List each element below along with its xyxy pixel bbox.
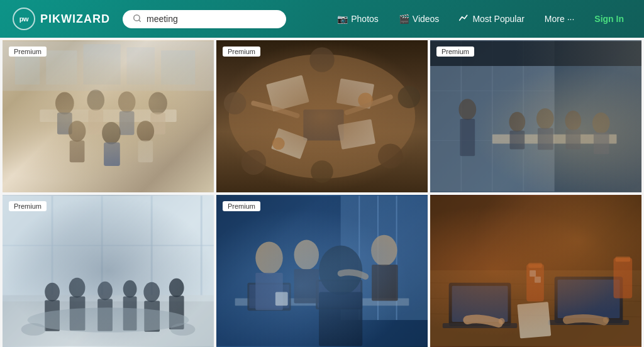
svg-point-93 [294,240,319,270]
svg-rect-99 [430,270,641,346]
svg-rect-87 [316,280,362,309]
svg-rect-47 [509,131,525,150]
svg-rect-110 [528,263,542,268]
svg-point-30 [272,138,285,150]
nav-photos[interactable]: 📷 Photos [330,10,386,28]
header: pw PIKWIZARD 📷 Photos 🎬 Videos [0,0,644,38]
svg-rect-103 [449,283,511,326]
svg-rect-71 [123,297,137,331]
popular-icon [459,14,469,25]
svg-point-115 [499,318,505,324]
svg-rect-38 [430,41,555,191]
more-label: More ··· [545,14,574,24]
svg-rect-49 [538,128,553,150]
grid-item-2[interactable]: Premium [216,40,428,192]
svg-rect-85 [247,283,291,311]
premium-badge-2: Premium [223,47,260,57]
svg-rect-111 [530,270,536,277]
svg-rect-19 [46,50,77,84]
svg-rect-22 [161,50,195,84]
svg-point-89 [319,245,362,295]
videos-icon: 🎬 [399,14,409,24]
svg-rect-112 [535,277,541,283]
svg-point-36 [311,160,333,183]
svg-point-35 [378,143,403,168]
svg-rect-73 [144,300,160,331]
svg-rect-16 [138,141,153,163]
svg-rect-24 [266,75,309,111]
svg-rect-2 [40,109,176,122]
svg-point-33 [398,86,421,109]
svg-line-102 [430,314,641,317]
svg-rect-27 [271,128,308,159]
svg-point-31 [309,47,335,72]
svg-rect-14 [104,143,120,167]
svg-point-29 [358,92,373,107]
svg-rect-108 [548,320,629,325]
svg-rect-80 [341,196,428,320]
premium-badge-4: Premium [9,201,47,211]
search-icon [133,14,142,25]
svg-rect-65 [45,300,60,331]
photos-icon: 📷 [337,14,348,24]
svg-point-54 [458,99,476,120]
svg-rect-51 [565,129,580,150]
svg-rect-4 [57,113,72,135]
svg-point-77 [21,323,47,336]
svg-rect-6 [88,109,103,135]
grid-item-6[interactable] [430,195,641,347]
nav-popular[interactable]: Most Popular [452,10,531,28]
svg-point-66 [69,278,86,298]
grid-item-3[interactable]: Premium [430,40,641,192]
svg-point-3 [55,92,74,114]
logo[interactable]: pw PIKWIZARD [13,8,110,30]
grid-item-1[interactable]: Premium [3,40,214,192]
videos-label: Videos [413,14,440,24]
brand-name: PIKWIZARD [40,13,110,26]
svg-point-74 [169,278,184,297]
svg-line-1 [139,19,141,21]
svg-rect-37 [430,41,641,191]
svg-rect-63 [3,301,214,346]
grid-item-4[interactable]: Premium [3,195,214,347]
svg-rect-105 [443,323,518,328]
svg-point-34 [242,150,267,175]
premium-badge-5: Premium [223,201,260,211]
svg-point-91 [255,242,282,274]
search-bar[interactable] [123,10,286,28]
svg-rect-12 [70,141,85,163]
svg-point-46 [509,112,526,132]
svg-point-50 [565,111,581,131]
search-input[interactable] [147,14,272,24]
svg-point-15 [136,121,154,142]
svg-rect-109 [526,264,544,301]
svg-rect-86 [249,285,289,309]
svg-line-101 [430,298,641,301]
svg-point-11 [69,121,86,142]
svg-rect-56 [3,196,214,346]
svg-point-68 [97,282,113,300]
svg-point-116 [603,317,609,323]
svg-point-13 [102,122,121,145]
svg-rect-106 [555,277,623,323]
svg-line-100 [430,283,641,286]
svg-rect-107 [558,280,620,318]
svg-rect-25 [336,79,374,109]
nav-videos[interactable]: 🎬 Videos [391,10,447,28]
svg-rect-28 [338,119,375,149]
svg-point-70 [123,280,137,298]
svg-rect-69 [97,299,113,331]
svg-point-48 [536,108,554,129]
grid-item-5[interactable]: Premium [216,195,428,347]
svg-rect-67 [70,297,86,331]
svg-rect-75 [169,296,184,329]
svg-point-5 [87,90,104,111]
sign-in-button[interactable]: Sign In [587,10,631,28]
svg-point-64 [45,283,60,302]
popular-label: Most Popular [472,14,524,24]
svg-rect-97 [275,292,288,306]
premium-badge-1: Premium [9,47,47,57]
logo-icon: pw [13,8,35,30]
svg-point-52 [592,113,610,134]
nav-more[interactable]: More ··· [537,10,582,28]
